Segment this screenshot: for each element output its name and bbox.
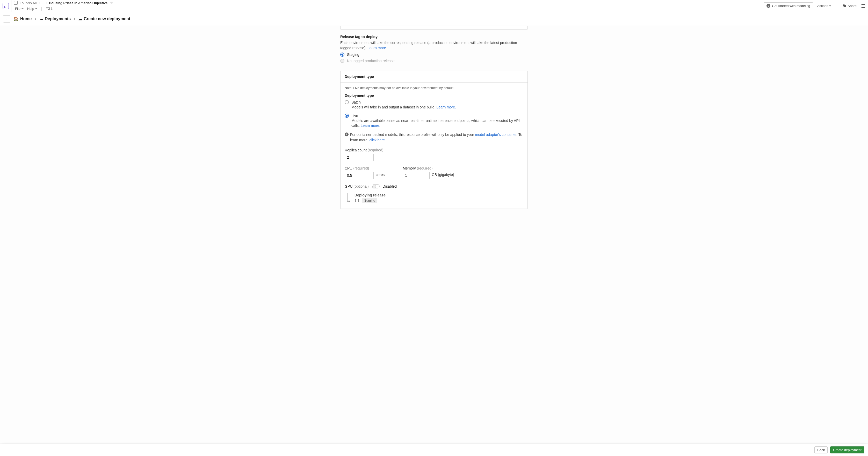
path-app[interactable]: Foundry ML xyxy=(20,1,37,5)
caret-down-icon xyxy=(35,8,37,9)
release-learn-more-link[interactable]: Learn more. xyxy=(367,46,387,50)
cpu-required: (required) xyxy=(353,166,369,170)
flow-count: 1 xyxy=(51,7,53,11)
divider xyxy=(41,7,42,11)
release-opt-production: No tagged production release xyxy=(340,59,528,63)
menu-help[interactable]: Help xyxy=(26,6,38,11)
batch-learn-more-link[interactable]: Learn more. xyxy=(436,105,456,109)
gpu-toggle[interactable] xyxy=(372,184,380,188)
gpu-optional: (optional) xyxy=(353,184,369,188)
release-tag-help-text: Each environment will take the correspon… xyxy=(340,41,517,50)
release-opt-staging[interactable]: Staging xyxy=(340,53,528,57)
arrow-left-icon: ← xyxy=(5,17,8,21)
deployment-type-card: Deployment type Note: Live deployments m… xyxy=(340,71,528,209)
deploying-tag: Staging xyxy=(362,198,377,203)
top-right-actions: ? Get started with modeling Actions Shar… xyxy=(761,0,868,12)
breadcrumb-deployments[interactable]: ☁ Deployments xyxy=(39,17,71,21)
app-logo-cell xyxy=(0,0,11,12)
breadcrumb-deployments-label: Deployments xyxy=(45,17,71,21)
caret-down-icon xyxy=(829,5,831,6)
deploying-release-block: Deploying release 1.1 Staging xyxy=(345,193,523,203)
replica-input[interactable] xyxy=(345,154,374,161)
back-button[interactable]: Back xyxy=(814,447,828,453)
deployment-type-body: Note: Live deployments may not be availa… xyxy=(341,83,527,208)
menu-file[interactable]: File xyxy=(14,6,25,11)
chevron-right-icon: › xyxy=(39,1,40,5)
menu-help-label: Help xyxy=(27,7,34,11)
deploying-release-title: Deploying release xyxy=(354,193,385,197)
radio-unselected-icon[interactable] xyxy=(345,100,349,104)
path-ellipsis[interactable]: ... xyxy=(42,1,45,5)
divider xyxy=(837,4,837,8)
batch-title: Batch xyxy=(351,100,361,104)
top-rows: Foundry ML › ... › Housing Prices in Ame… xyxy=(11,0,761,12)
container-info-end: . xyxy=(385,138,386,142)
memory-field: Memory (required) GB (gigabyte) xyxy=(403,166,454,179)
get-started-button[interactable]: ? Get started with modeling xyxy=(764,2,813,9)
back-arrow-button[interactable]: ← xyxy=(3,15,10,23)
deployment-type-note: Note: Live deployments may not be availa… xyxy=(345,86,523,90)
release-tag-label: Release tag to deploy xyxy=(340,35,528,39)
actions-menu[interactable]: Actions xyxy=(816,4,833,8)
memory-required: (required) xyxy=(417,166,433,170)
resource-icon xyxy=(14,1,18,5)
flow-icon xyxy=(46,7,50,10)
get-started-label: Get started with modeling xyxy=(772,4,810,8)
breadcrumb-current-label: Create new deployment xyxy=(84,17,130,21)
radio-selected-icon[interactable] xyxy=(345,113,349,118)
model-adapter-link[interactable]: model adapter's container xyxy=(475,132,516,137)
live-learn-more-link[interactable]: Learn more. xyxy=(361,124,380,128)
breadcrumb-bar: ← 🏠 Home › ☁ Deployments › ☁ Create new … xyxy=(0,12,868,26)
container-info-pre: For container backed models, this resour… xyxy=(350,132,474,137)
top-path-row: Foundry ML › ... › Housing Prices in Ame… xyxy=(11,0,761,6)
breadcrumb-home-label: Home xyxy=(20,17,32,21)
path-title[interactable]: Housing Prices in America Objective xyxy=(49,1,107,5)
replica-label: Replica count xyxy=(345,148,367,152)
deploying-version: 1.1 xyxy=(354,198,360,203)
memory-label: Memory xyxy=(403,166,416,170)
share-button[interactable]: Share xyxy=(842,4,858,8)
share-label: Share xyxy=(847,4,857,8)
app-logo-icon xyxy=(3,3,9,9)
chevron-right-icon: › xyxy=(35,17,36,21)
deploy-type-live[interactable]: Live Models are available online as near… xyxy=(345,113,523,128)
container-info: i For container backed models, this reso… xyxy=(345,132,523,143)
replica-required: (required) xyxy=(368,148,383,152)
deploy-type-batch[interactable]: Batch Models will take in and output a d… xyxy=(345,100,523,110)
memory-input[interactable] xyxy=(403,172,430,179)
home-icon: 🏠 xyxy=(13,16,19,21)
breadcrumb-home[interactable]: 🏠 Home xyxy=(13,16,32,21)
breadcrumb-current: ☁ Create new deployment xyxy=(79,17,130,21)
top-bar: Foundry ML › ... › Housing Prices in Ame… xyxy=(0,0,868,12)
cpu-unit: cores xyxy=(376,173,384,177)
cloud-up-icon: ☁ xyxy=(79,17,82,21)
radio-selected-icon[interactable] xyxy=(340,53,344,57)
footer-bar: Back Create deployment xyxy=(0,444,868,456)
info-icon: i xyxy=(345,132,348,136)
star-icon[interactable]: ☆ xyxy=(110,1,114,5)
chevron-right-icon: › xyxy=(46,1,48,5)
release-tag-help: Each environment will take the correspon… xyxy=(340,40,528,51)
form-column: Release tag to deploy Each environment w… xyxy=(340,26,528,209)
main-scroll[interactable]: Release tag to deploy Each environment w… xyxy=(0,26,868,444)
gpu-field: GPU (optional) Disabled xyxy=(345,184,523,188)
batch-desc: Models will take in and output a dataset… xyxy=(351,105,436,109)
live-title: Live xyxy=(351,113,358,118)
flow-indicator[interactable]: 1 xyxy=(45,6,54,11)
release-opt-production-label: No tagged production release xyxy=(347,59,395,63)
click-here-link[interactable]: click here xyxy=(370,138,385,142)
replica-field: Replica count (required) xyxy=(345,148,523,161)
top-menu-row: File Help 1 xyxy=(11,6,761,12)
deployment-type-title: Deployment type xyxy=(341,71,527,83)
memory-unit: GB (gigabyte) xyxy=(432,173,454,177)
connector-icon xyxy=(346,193,351,203)
create-deployment-button[interactable]: Create deployment xyxy=(830,447,864,453)
release-opt-staging-label: Staging xyxy=(347,53,359,57)
cutoff-input[interactable] xyxy=(340,26,528,30)
cpu-field: CPU (required) cores xyxy=(345,166,384,179)
outline-icon[interactable] xyxy=(861,4,865,8)
chevron-right-icon: › xyxy=(74,17,75,21)
cloud-up-icon: ☁ xyxy=(39,17,43,21)
cpu-input[interactable] xyxy=(345,172,374,179)
gpu-state: Disabled xyxy=(383,184,397,188)
